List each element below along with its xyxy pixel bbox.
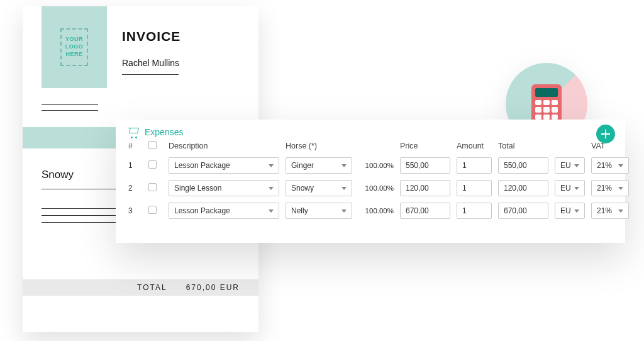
chevron-down-icon — [269, 187, 274, 190]
expense-row: 1 Lesson Package Ginger 100.00% 550,00 1… — [128, 157, 613, 174]
logo-placeholder-text: YOUR LOGO HERE — [60, 28, 89, 65]
total-input[interactable]: 670,00 — [498, 203, 548, 219]
invoice-title: INVOICE — [122, 29, 180, 44]
chevron-down-icon — [574, 164, 579, 167]
chevron-down-icon — [269, 210, 274, 213]
chevron-down-icon — [618, 164, 623, 167]
cart-icon — [128, 128, 140, 137]
chevron-down-icon — [341, 164, 347, 167]
amount-input[interactable]: 1 — [457, 180, 492, 196]
chevron-down-icon — [618, 210, 623, 213]
horse-select[interactable]: Ginger — [286, 157, 352, 174]
expenses-title: Expenses — [145, 127, 183, 137]
col-vat: VAT — [591, 142, 629, 150]
price-input[interactable]: 670,00 — [400, 203, 450, 219]
row-percent: 100.00% — [358, 184, 394, 192]
chevron-down-icon — [269, 164, 274, 167]
row-percent: 100.00% — [358, 162, 394, 169]
col-price: Price — [400, 142, 450, 150]
col-check — [148, 141, 162, 151]
row-number: 2 — [128, 184, 142, 193]
accent-band — [23, 127, 126, 148]
invoice-total-value: 670,00 EUR — [186, 283, 240, 292]
expenses-heading: Expenses — [128, 127, 613, 137]
invoice-customer-name: Rachel Mullins — [122, 58, 179, 68]
add-expense-button[interactable] — [596, 125, 615, 143]
col-amount: Amount — [457, 142, 492, 150]
divider — [42, 104, 98, 105]
amount-input[interactable]: 1 — [457, 203, 492, 219]
description-select[interactable]: Lesson Package — [169, 157, 279, 174]
divider — [122, 74, 179, 75]
region-select[interactable]: EU — [555, 157, 585, 174]
amount-input[interactable]: 1 — [457, 157, 492, 174]
vat-select[interactable]: 21% — [591, 180, 629, 196]
row-checkbox[interactable] — [148, 183, 157, 191]
expense-row: 2 Single Lesson Snowy 100.00% 120,00 1 1… — [128, 180, 613, 196]
select-all-checkbox[interactable] — [148, 141, 157, 149]
calculator-icon — [531, 84, 562, 123]
col-description: Description — [169, 142, 279, 150]
price-input[interactable]: 120,00 — [400, 180, 450, 196]
invoice-total-label: TOTAL — [137, 283, 167, 292]
chevron-down-icon — [618, 187, 623, 190]
total-input[interactable]: 120,00 — [498, 180, 548, 196]
expenses-header-row: # Description Horse (*) Price Amount Tot… — [128, 141, 613, 151]
horse-select[interactable]: Snowy — [286, 180, 352, 196]
divider — [42, 110, 98, 111]
row-number: 1 — [128, 161, 142, 170]
invoice-total-bar: TOTAL 670,00 EUR — [23, 279, 258, 296]
col-total: Total — [498, 142, 548, 150]
logo-placeholder[interactable]: YOUR LOGO HERE — [42, 6, 107, 88]
col-hash: # — [128, 142, 142, 150]
row-percent: 100.00% — [358, 207, 394, 215]
region-select[interactable]: EU — [555, 180, 585, 196]
chevron-down-icon — [341, 187, 347, 190]
expenses-table: # Description Horse (*) Price Amount Tot… — [128, 141, 613, 219]
col-horse: Horse (*) — [286, 142, 352, 150]
expenses-panel: Expenses # Description Horse (*) Price A… — [116, 120, 625, 243]
description-select[interactable]: Single Lesson — [169, 180, 279, 196]
vat-select[interactable]: 21% — [591, 203, 629, 219]
expense-row: 3 Lesson Package Nelly 100.00% 670,00 1 … — [128, 203, 613, 219]
row-number: 3 — [128, 206, 142, 215]
description-select[interactable]: Lesson Package — [169, 203, 279, 219]
row-checkbox[interactable] — [148, 160, 157, 169]
chevron-down-icon — [574, 187, 579, 190]
region-select[interactable]: EU — [555, 203, 585, 219]
vat-select[interactable]: 21% — [591, 157, 629, 174]
row-checkbox[interactable] — [148, 206, 157, 214]
total-input[interactable]: 550,00 — [498, 157, 548, 174]
horse-select[interactable]: Nelly — [286, 203, 352, 219]
chevron-down-icon — [341, 210, 347, 213]
chevron-down-icon — [574, 210, 579, 213]
price-input[interactable]: 550,00 — [400, 157, 450, 174]
